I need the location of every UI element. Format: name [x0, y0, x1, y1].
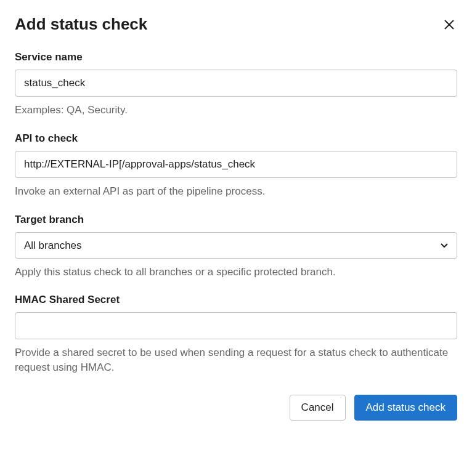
hmac-group: HMAC Shared Secret Provide a shared secr…	[15, 294, 457, 375]
dialog-header: Add status check	[15, 15, 457, 34]
target-branch-select[interactable]: All branches	[15, 232, 457, 259]
api-label: API to check	[15, 132, 457, 145]
target-branch-group: Target branch All branches Apply this st…	[15, 214, 457, 280]
add-status-check-dialog: Add status check Service name Examples: …	[15, 15, 457, 421]
hmac-help: Provide a shared secret to be used when …	[15, 345, 457, 375]
dialog-title: Add status check	[15, 15, 147, 34]
service-name-group: Service name Examples: QA, Security.	[15, 51, 457, 118]
close-icon	[444, 19, 455, 30]
hmac-input[interactable]	[15, 312, 457, 339]
api-input[interactable]	[15, 151, 457, 178]
dialog-footer: Cancel Add status check	[15, 395, 457, 421]
target-branch-help: Apply this status check to all branches …	[15, 265, 457, 280]
target-branch-select-wrapper: All branches	[15, 232, 457, 259]
service-name-label: Service name	[15, 51, 457, 63]
service-name-input[interactable]	[15, 70, 457, 97]
service-name-help: Examples: QA, Security.	[15, 103, 457, 118]
api-help: Invoke an external API as part of the pi…	[15, 184, 457, 199]
submit-button[interactable]: Add status check	[354, 395, 457, 421]
close-button[interactable]	[441, 17, 457, 33]
hmac-label: HMAC Shared Secret	[15, 294, 457, 306]
target-branch-label: Target branch	[15, 214, 457, 226]
api-group: API to check Invoke an external API as p…	[15, 132, 457, 199]
cancel-button[interactable]: Cancel	[290, 395, 346, 421]
